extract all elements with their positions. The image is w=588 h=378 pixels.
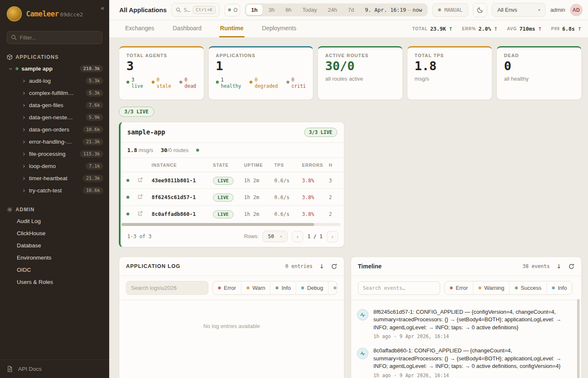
log-level-filters: Error Warn Info Debug Trace — [213, 281, 337, 295]
connection-status-chip[interactable]: O — [224, 4, 240, 16]
sidebar-item-admin-audit-log[interactable]: Audit Log — [0, 215, 109, 227]
filter-warning[interactable]: Warning — [473, 281, 509, 294]
time-range-today[interactable]: Today — [297, 5, 322, 15]
time-range-1h[interactable]: 1h — [246, 5, 262, 15]
horizontal-scrollbar[interactable] — [121, 223, 341, 226]
refresh-mode-button[interactable]: MANUAL — [432, 3, 468, 17]
sidebar-item-loop-demo[interactable]: loop-demo 7.1k — [0, 160, 109, 172]
time-range-6h[interactable]: 6h — [281, 5, 297, 15]
filter-error[interactable]: Error — [445, 281, 473, 294]
tab-exchanges[interactable]: Exchanges — [124, 20, 155, 37]
trace-dot — [333, 286, 336, 289]
column-state: STATE — [213, 163, 244, 168]
search-icon — [11, 34, 17, 40]
sidebar-item-admin-clickhouse[interactable]: ClickHouse — [0, 227, 109, 239]
card-applications: APPLICATIONS 1 1healthy 0degraded 0criti — [208, 46, 313, 100]
tab-dashboard[interactable]: Dashboard — [172, 20, 202, 37]
count-badge: 10.6k — [83, 187, 103, 194]
app-panel-meta: 1.8 msg/s 30/0 routes — [121, 142, 344, 158]
time-range-7d[interactable]: 7d — [343, 5, 359, 15]
sidebar-item-complex-fulfillment[interactable]: complex-fulfillm… 5.3k — [0, 87, 109, 99]
sidebar-item-admin-users-roles[interactable]: Users & Roles — [0, 276, 109, 288]
filter-debug[interactable]: Debug — [296, 281, 328, 294]
filter-trace[interactable]: Trace — [328, 281, 337, 294]
stat-live: 3live — [126, 77, 143, 89]
table-footer: 1-3 of 3 Rows: 50▾ ‹ 1 / 1 › — [121, 227, 344, 247]
environment-select[interactable]: All Envs ▾ — [492, 3, 546, 17]
username-label: admin — [550, 7, 565, 13]
refresh-icon[interactable] — [331, 263, 337, 270]
external-link-icon[interactable] — [137, 177, 152, 184]
list-item[interactable]: 8c0affadb860-1: CONFIG_APPLIED — {change… — [357, 343, 571, 378]
admin-section-header: ADMIN — [0, 202, 109, 215]
sidebar-item-data-gen-files[interactable]: data-gen-files 7.6k — [0, 99, 109, 111]
download-icon[interactable]: ↓ — [319, 263, 324, 270]
avatar[interactable]: AD — [570, 4, 583, 16]
table-row[interactable]: 8c0affadb860-1 LIVE 1h 2m 0.6/s 3.8% 2 — [121, 205, 344, 222]
tab-deployments[interactable]: Deployments — [261, 20, 297, 37]
tabs-bar: Exchanges Dashboard Runtime Deployments … — [109, 20, 588, 38]
event-text: 8f6245c61d57-1: CONFIG_APPLIED — {config… — [373, 308, 571, 331]
sidebar-filter-input[interactable] — [7, 31, 102, 44]
sidebar-item-admin-environments[interactable]: Environments — [0, 252, 109, 264]
sidebar-item-sample-app[interactable]: sample app 210.3k — [0, 63, 109, 75]
column-errors: ERRORS — [302, 163, 329, 168]
timeline-filters: Error Warning Success Info — [444, 281, 572, 295]
rows-per-page-select[interactable]: 50▾ — [262, 231, 288, 242]
card-value: 1.8 — [415, 60, 485, 73]
sidebar-collapse-button[interactable]: « — [101, 4, 104, 11]
warn-dot — [247, 286, 249, 289]
refresh-icon[interactable] — [568, 263, 575, 270]
external-link-icon[interactable] — [137, 210, 152, 218]
sidebar-item-admin-oidc[interactable]: OIDC — [0, 264, 109, 276]
table-row[interactable]: 8f6245c61d57-1 LIVE 1h 2m 0.6/s 3.8% 2 — [121, 189, 344, 205]
sidebar-item-data-gen-orders[interactable]: data-gen-orders 10.6k — [0, 123, 109, 136]
sidebar-item-admin-database[interactable]: Database — [0, 239, 109, 252]
kpi-p99: P996.8s↑ — [551, 26, 581, 32]
timeline-scrollbar[interactable] — [577, 299, 580, 378]
timeline-search-input[interactable] — [358, 281, 440, 295]
filter-warn[interactable]: Warn — [241, 281, 270, 294]
sidebar-item-timer-heartbeat[interactable]: timer-heartbeat 21.3k — [0, 172, 109, 184]
theme-toggle-button[interactable] — [473, 3, 487, 17]
filter-info[interactable]: Info — [270, 281, 296, 294]
sidebar-item-error-handling[interactable]: error-handling-… 21.3k — [0, 136, 109, 148]
log-search-input[interactable] — [126, 281, 208, 295]
filter-info[interactable]: Info — [546, 281, 572, 294]
card-active-routes: ACTIVE ROUTES 30/0 all routes active — [318, 46, 403, 100]
api-docs-link[interactable]: API Docs — [18, 366, 42, 372]
trend-up-icon: ↑ — [578, 26, 582, 32]
caret-down-icon: ▾ — [538, 8, 540, 12]
filter-error[interactable]: Error — [213, 281, 241, 294]
global-search[interactable]: S… Ctrl+K — [171, 3, 220, 17]
info-dot — [552, 286, 555, 289]
sidebar-item-data-gen-nested[interactable]: data-gen-neste… 5.9k — [0, 111, 109, 123]
content-area: TOTAL AGENTS 3 3live 0stale 0dead APPLIC… — [109, 38, 588, 378]
live-status-banner: 3/3 LIVE — [119, 107, 154, 117]
time-range-24h[interactable]: 24h — [323, 5, 342, 15]
sidebar-item-try-catch-test[interactable]: try-catch-test 10.6k — [0, 184, 109, 197]
list-item[interactable]: 8f6245c61d57-1: CONFIG_APPLIED — {config… — [357, 304, 571, 343]
instance-id: 8c0affadb860-1 — [152, 211, 213, 217]
refresh-mode-label: MANUAL — [444, 7, 462, 13]
time-range-3h[interactable]: 3h — [263, 5, 279, 15]
filter-success[interactable]: Success — [509, 281, 546, 294]
sidebar-item-audit-log[interactable]: audit-log 5.3k — [0, 75, 109, 87]
uptime-cell: 1h 2m — [244, 178, 274, 184]
next-page-button[interactable]: › — [327, 231, 338, 242]
prev-page-button[interactable]: ‹ — [292, 231, 303, 242]
brand-version: 69dcce2 — [60, 11, 83, 18]
card-value: 3 — [126, 60, 197, 73]
card-subtext: msg/s — [415, 76, 485, 82]
external-link-icon[interactable] — [137, 194, 152, 201]
sidebar-item-file-processing[interactable]: file-processing 115.3k — [0, 148, 109, 160]
download-icon[interactable]: ↓ — [556, 263, 562, 270]
stat-critical: 0criti — [286, 77, 306, 89]
chevron-right-icon — [22, 128, 26, 132]
sidebar-item-label: try-catch-test — [29, 187, 80, 194]
time-range-display[interactable]: 9. Apr. 16:19—now — [360, 5, 426, 15]
sidebar-filter — [7, 31, 102, 44]
tab-runtime[interactable]: Runtime — [219, 20, 244, 37]
table-row[interactable]: 43ee9811b801-1 LIVE 1h 2m 0.6/s 3.8% 3 — [121, 172, 344, 189]
table-header-row: INSTANCE STATE UPTIME TPS ERRORS H — [121, 158, 344, 172]
